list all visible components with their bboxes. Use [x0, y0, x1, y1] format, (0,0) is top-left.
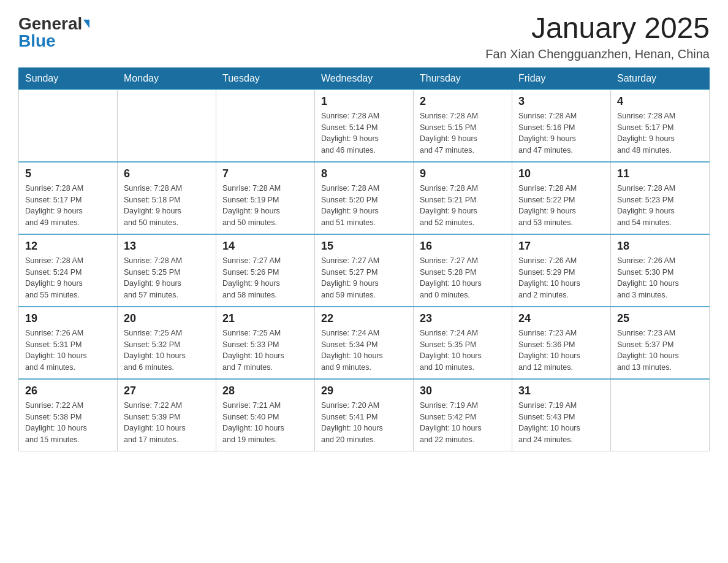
day-info: Sunrise: 7:28 AMSunset: 5:17 PMDaylight:… — [25, 183, 111, 229]
day-number: 26 — [25, 385, 111, 397]
calendar-cell: 14Sunrise: 7:27 AMSunset: 5:26 PMDayligh… — [216, 234, 315, 307]
day-info: Sunrise: 7:28 AMSunset: 5:25 PMDaylight:… — [124, 255, 210, 301]
week-row-4: 19Sunrise: 7:26 AMSunset: 5:31 PMDayligh… — [19, 307, 710, 379]
day-number: 2 — [420, 95, 506, 108]
day-number: 16 — [420, 240, 506, 253]
calendar-cell: 16Sunrise: 7:27 AMSunset: 5:28 PMDayligh… — [414, 234, 512, 307]
day-number: 29 — [321, 385, 407, 397]
day-number: 27 — [124, 385, 210, 397]
day-info: Sunrise: 7:27 AMSunset: 5:28 PMDaylight:… — [420, 255, 506, 301]
day-info: Sunrise: 7:28 AMSunset: 5:20 PMDaylight:… — [321, 183, 407, 229]
day-info: Sunrise: 7:26 AMSunset: 5:31 PMDaylight:… — [25, 327, 111, 373]
calendar-cell: 31Sunrise: 7:19 AMSunset: 5:43 PMDayligh… — [512, 379, 611, 451]
calendar-cell — [19, 90, 118, 162]
calendar-cell: 4Sunrise: 7:28 AMSunset: 5:17 PMDaylight… — [611, 90, 710, 162]
day-info: Sunrise: 7:24 AMSunset: 5:34 PMDaylight:… — [321, 327, 407, 373]
calendar-cell: 8Sunrise: 7:28 AMSunset: 5:20 PMDaylight… — [315, 162, 414, 234]
calendar-cell: 29Sunrise: 7:20 AMSunset: 5:41 PMDayligh… — [315, 379, 414, 451]
calendar-cell: 25Sunrise: 7:23 AMSunset: 5:37 PMDayligh… — [611, 307, 710, 379]
calendar-cell: 2Sunrise: 7:28 AMSunset: 5:15 PMDaylight… — [414, 90, 512, 162]
day-info: Sunrise: 7:28 AMSunset: 5:16 PMDaylight:… — [518, 110, 604, 156]
day-info: Sunrise: 7:27 AMSunset: 5:27 PMDaylight:… — [321, 255, 407, 301]
day-number: 13 — [124, 240, 210, 253]
calendar-subtitle: Fan Xian Chengguanzhen, Henan, China — [485, 47, 710, 61]
day-number: 9 — [420, 167, 506, 180]
calendar-cell: 13Sunrise: 7:28 AMSunset: 5:25 PMDayligh… — [118, 234, 216, 307]
calendar-cell — [118, 90, 216, 162]
weekday-header-row: SundayMondayTuesdayWednesdayThursdayFrid… — [19, 67, 710, 90]
day-number: 12 — [25, 240, 111, 253]
day-number: 22 — [321, 312, 407, 325]
day-info: Sunrise: 7:27 AMSunset: 5:26 PMDaylight:… — [222, 255, 308, 301]
weekday-header-wednesday: Wednesday — [315, 67, 414, 90]
week-row-2: 5Sunrise: 7:28 AMSunset: 5:17 PMDaylight… — [19, 162, 710, 234]
day-number: 18 — [617, 240, 703, 253]
day-info: Sunrise: 7:28 AMSunset: 5:14 PMDaylight:… — [321, 110, 407, 156]
day-number: 4 — [617, 95, 703, 108]
weekday-header-friday: Friday — [512, 67, 611, 90]
day-info: Sunrise: 7:26 AMSunset: 5:29 PMDaylight:… — [518, 255, 604, 301]
day-number: 11 — [617, 167, 703, 180]
day-info: Sunrise: 7:28 AMSunset: 5:22 PMDaylight:… — [518, 183, 604, 229]
calendar-cell: 19Sunrise: 7:26 AMSunset: 5:31 PMDayligh… — [19, 307, 118, 379]
calendar-cell: 27Sunrise: 7:22 AMSunset: 5:39 PMDayligh… — [118, 379, 216, 451]
day-info: Sunrise: 7:28 AMSunset: 5:21 PMDaylight:… — [420, 183, 506, 229]
calendar-cell: 23Sunrise: 7:24 AMSunset: 5:35 PMDayligh… — [414, 307, 512, 379]
calendar-cell: 17Sunrise: 7:26 AMSunset: 5:29 PMDayligh… — [512, 234, 611, 307]
day-info: Sunrise: 7:25 AMSunset: 5:32 PMDaylight:… — [124, 327, 210, 373]
calendar-cell: 15Sunrise: 7:27 AMSunset: 5:27 PMDayligh… — [315, 234, 414, 307]
weekday-header-tuesday: Tuesday — [216, 67, 315, 90]
day-number: 3 — [518, 95, 604, 108]
day-info: Sunrise: 7:28 AMSunset: 5:18 PMDaylight:… — [124, 183, 210, 229]
week-row-3: 12Sunrise: 7:28 AMSunset: 5:24 PMDayligh… — [19, 234, 710, 307]
day-number: 19 — [25, 312, 111, 325]
day-info: Sunrise: 7:19 AMSunset: 5:43 PMDaylight:… — [518, 400, 604, 446]
day-number: 24 — [518, 312, 604, 325]
day-info: Sunrise: 7:22 AMSunset: 5:39 PMDaylight:… — [124, 400, 210, 446]
calendar-title: January 2025 — [485, 12, 710, 45]
day-number: 17 — [518, 240, 604, 253]
weekday-header-saturday: Saturday — [611, 67, 710, 90]
logo-general-text: General — [18, 15, 82, 33]
day-info: Sunrise: 7:22 AMSunset: 5:38 PMDaylight:… — [25, 400, 111, 446]
week-row-5: 26Sunrise: 7:22 AMSunset: 5:38 PMDayligh… — [19, 379, 710, 451]
logo-blue-text: Blue — [18, 33, 56, 50]
week-row-1: 1Sunrise: 7:28 AMSunset: 5:14 PMDaylight… — [19, 90, 710, 162]
calendar-cell: 6Sunrise: 7:28 AMSunset: 5:18 PMDaylight… — [118, 162, 216, 234]
day-number: 30 — [420, 385, 506, 397]
calendar-cell: 11Sunrise: 7:28 AMSunset: 5:23 PMDayligh… — [611, 162, 710, 234]
day-number: 25 — [617, 312, 703, 325]
day-number: 1 — [321, 95, 407, 108]
day-info: Sunrise: 7:23 AMSunset: 5:37 PMDaylight:… — [617, 327, 703, 373]
calendar-cell: 30Sunrise: 7:19 AMSunset: 5:42 PMDayligh… — [414, 379, 512, 451]
day-info: Sunrise: 7:21 AMSunset: 5:40 PMDaylight:… — [222, 400, 308, 446]
day-info: Sunrise: 7:25 AMSunset: 5:33 PMDaylight:… — [222, 327, 308, 373]
day-info: Sunrise: 7:28 AMSunset: 5:17 PMDaylight:… — [617, 110, 703, 156]
calendar-cell: 7Sunrise: 7:28 AMSunset: 5:19 PMDaylight… — [216, 162, 315, 234]
day-info: Sunrise: 7:19 AMSunset: 5:42 PMDaylight:… — [420, 400, 506, 446]
day-number: 21 — [222, 312, 308, 325]
day-info: Sunrise: 7:28 AMSunset: 5:24 PMDaylight:… — [25, 255, 111, 301]
calendar-cell: 1Sunrise: 7:28 AMSunset: 5:14 PMDaylight… — [315, 90, 414, 162]
calendar-cell: 3Sunrise: 7:28 AMSunset: 5:16 PMDaylight… — [512, 90, 611, 162]
calendar-cell: 28Sunrise: 7:21 AMSunset: 5:40 PMDayligh… — [216, 379, 315, 451]
day-number: 15 — [321, 240, 407, 253]
day-info: Sunrise: 7:28 AMSunset: 5:23 PMDaylight:… — [617, 183, 703, 229]
calendar-cell: 20Sunrise: 7:25 AMSunset: 5:32 PMDayligh… — [118, 307, 216, 379]
weekday-header-monday: Monday — [118, 67, 216, 90]
calendar-cell: 26Sunrise: 7:22 AMSunset: 5:38 PMDayligh… — [19, 379, 118, 451]
day-number: 31 — [518, 385, 604, 397]
day-info: Sunrise: 7:28 AMSunset: 5:19 PMDaylight:… — [222, 183, 308, 229]
calendar-cell: 10Sunrise: 7:28 AMSunset: 5:22 PMDayligh… — [512, 162, 611, 234]
calendar-cell: 22Sunrise: 7:24 AMSunset: 5:34 PMDayligh… — [315, 307, 414, 379]
calendar-cell: 9Sunrise: 7:28 AMSunset: 5:21 PMDaylight… — [414, 162, 512, 234]
day-info: Sunrise: 7:24 AMSunset: 5:35 PMDaylight:… — [420, 327, 506, 373]
page-header: General Blue January 2025 Fan Xian Cheng… — [18, 12, 710, 61]
logo-triangle-icon — [83, 20, 89, 28]
title-area: January 2025 Fan Xian Chengguanzhen, Hen… — [485, 12, 710, 61]
calendar-table: SundayMondayTuesdayWednesdayThursdayFrid… — [18, 67, 710, 451]
day-info: Sunrise: 7:20 AMSunset: 5:41 PMDaylight:… — [321, 400, 407, 446]
day-number: 14 — [222, 240, 308, 253]
day-number: 28 — [222, 385, 308, 397]
day-number: 10 — [518, 167, 604, 180]
